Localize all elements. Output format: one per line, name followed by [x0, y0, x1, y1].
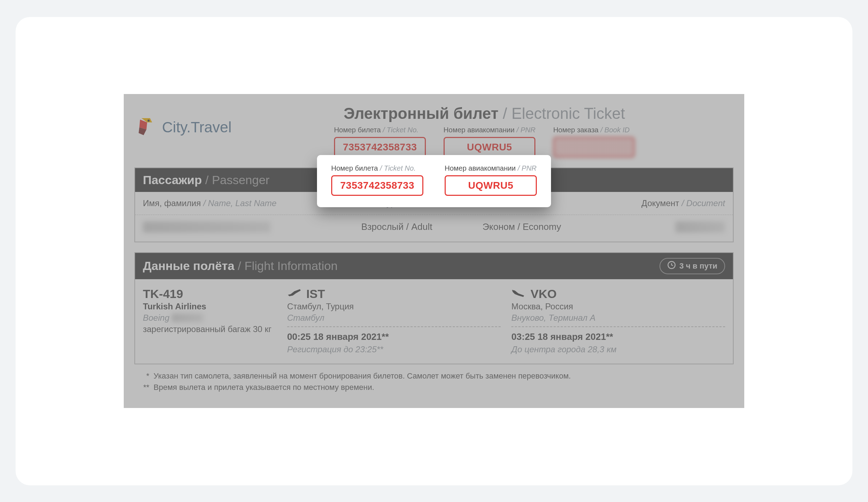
flight-header-ru: Данные полёта: [143, 259, 234, 272]
passenger-header-ru: Пассажир: [143, 173, 202, 187]
brand-text: City.Travel: [162, 119, 232, 136]
brand-logo: City.Travel: [134, 105, 232, 139]
passenger-header-en: Passenger: [212, 173, 270, 187]
passenger-type: Взрослый / Adult: [361, 221, 483, 235]
hl-pnr-label-ru: Номер авиакомпании: [445, 164, 516, 172]
col-name-en: Name, Last Name: [208, 198, 277, 208]
ticket: City.Travel Электронный билет / Electron…: [124, 94, 744, 408]
dep-airport: Стамбул: [287, 313, 501, 327]
footnote-mark-1: *: [139, 371, 149, 381]
passenger-row: Взрослый / Adult Эконом / Economy: [135, 215, 733, 241]
flight-body: TK-419 Turkish Airlines Boeing зарегистр…: [135, 279, 733, 364]
clock-icon: [667, 261, 676, 271]
aircraft-prefix: Boeing: [143, 313, 169, 323]
flight-airline: Turkish Airlines: [143, 302, 277, 311]
flight-ident: TK-419 Turkish Airlines Boeing зарегистр…: [143, 287, 277, 354]
book-id-value: XXXXXXXX: [553, 137, 635, 158]
footnote-1: Указан тип самолета, заявленный на момен…: [154, 371, 571, 381]
flight-aircraft: Boeing: [143, 313, 277, 323]
footnotes: *Указан тип самолета, заявленный на моме…: [134, 371, 734, 392]
dep-datetime: 00:25 18 января 2021**: [287, 331, 501, 342]
flight-header-en: Flight Information: [244, 259, 338, 272]
hl-pnr-value: UQWRU5: [445, 175, 537, 196]
highlight-ticket-block: Номер билета / Ticket No. 7353742358733: [331, 164, 423, 196]
pnr-label-en: PNR: [521, 126, 535, 134]
passenger-class: Эконом / Economy: [483, 221, 604, 235]
flight-departure: IST Стамбул, Турция Стамбул 00:25 18 янв…: [287, 287, 501, 354]
ticket-number-block: Номер билета / Ticket No. 7353742358733: [334, 126, 426, 158]
footnote-mark-2: **: [139, 383, 149, 392]
flight-section: Данные полёта / Flight Information 3 ч в…: [134, 252, 734, 364]
ticket-number-value: 7353742358733: [334, 137, 426, 158]
highlight-pnr-block: Номер авиакомпании / PNR UQWRU5: [445, 164, 537, 196]
highlight-popover: Номер билета / Ticket No. 7353742358733 …: [317, 155, 551, 207]
pnr-block: Номер авиакомпании / PNR UQWRU5: [444, 126, 535, 158]
flight-baggage: зарегистрированный багаж 30 кг: [143, 324, 277, 334]
page-title: Электронный билет / Electronic Ticket: [235, 105, 734, 122]
pnr-label-ru: Номер авиакомпании: [444, 126, 514, 134]
title-en: Electronic Ticket: [511, 105, 625, 122]
ticket-header: City.Travel Электронный билет / Electron…: [134, 105, 734, 158]
arr-code: VKO: [530, 287, 557, 301]
flight-arrival: VKO Москва, Россия Внуково, Терминал А 0…: [511, 287, 725, 354]
flight-duration: 3 ч в пути: [679, 261, 717, 271]
id-boxes: Номер билета / Ticket No. 7353742358733 …: [235, 126, 734, 158]
ticket-panel: City.Travel Электронный билет / Electron…: [124, 94, 744, 408]
plane-takeoff-icon: [287, 288, 301, 300]
flight-duration-chip: 3 ч в пути: [660, 258, 725, 274]
aircraft-model-redacted: [172, 314, 204, 322]
pnr-value: UQWRU5: [444, 137, 535, 158]
col-name-ru: Имя, фамилия: [143, 198, 201, 208]
arr-city: Москва, Россия: [511, 302, 725, 311]
svg-point-0: [148, 120, 150, 122]
hl-pnr-label-en: PNR: [522, 164, 536, 172]
col-doc-en: Document: [686, 198, 725, 208]
brand-text-a: City.: [162, 119, 191, 136]
parrot-icon: [134, 115, 157, 139]
book-id-block: Номер заказа / Book ID XXXXXXXX: [553, 126, 635, 158]
ticket-label-ru: Номер билета: [334, 126, 381, 134]
plane-landing-icon: [511, 288, 525, 300]
outer-card: City.Travel Электронный билет / Electron…: [16, 17, 852, 485]
arr-note: До центра города 28,3 км: [511, 344, 725, 354]
book-label-ru: Номер заказа: [553, 126, 599, 134]
col-doc-ru: Документ: [641, 198, 679, 208]
passenger-name-redacted: [143, 221, 271, 232]
hl-ticket-label-ru: Номер билета: [331, 164, 378, 172]
brand-text-b: Travel: [191, 119, 232, 136]
flight-code: TK-419: [143, 287, 277, 301]
dep-city: Стамбул, Турция: [287, 302, 501, 311]
arr-datetime: 03:25 18 января 2021**: [511, 331, 725, 342]
hl-ticket-value: 7353742358733: [331, 175, 423, 196]
passenger-doc-redacted: [675, 221, 725, 232]
dep-note: Регистрация до 23:25**: [287, 344, 501, 354]
dep-code: IST: [306, 287, 325, 301]
flight-header: Данные полёта / Flight Information 3 ч в…: [135, 253, 733, 279]
title-ru: Электронный билет: [344, 105, 498, 122]
arr-airport: Внуково, Терминал А: [511, 313, 725, 327]
hl-ticket-label-en: Ticket No.: [384, 164, 416, 172]
title-block: Электронный билет / Electronic Ticket Но…: [235, 105, 734, 158]
footnote-2: Время вылета и прилета указывается по ме…: [154, 383, 374, 392]
book-label-en: Book ID: [605, 126, 630, 134]
ticket-label-en: Ticket No.: [387, 126, 419, 134]
